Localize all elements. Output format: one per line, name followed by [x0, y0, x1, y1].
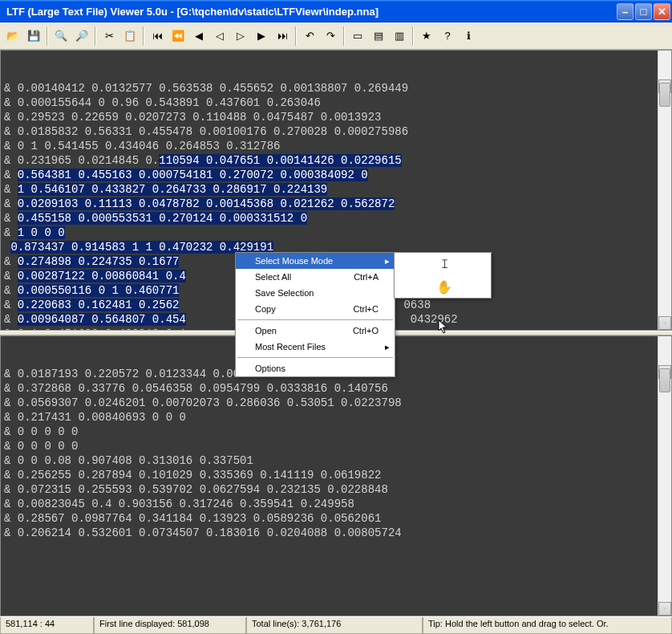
menu-item-options[interactable]: Options	[236, 360, 395, 376]
menu-item-label: Select Mouse Mode	[255, 256, 379, 266]
text-line[interactable]: & 0.29523 0.22659 0.0207273 0.110488 0.0…	[4, 110, 668, 124]
minimize-button[interactable]: –	[617, 3, 634, 20]
mouse-cursor-icon	[438, 319, 451, 339]
scroll-thumb[interactable]	[659, 83, 670, 107]
menu-shortcut: Ctrl+A	[354, 272, 379, 282]
nav-prev-10-icon: ◁	[216, 30, 224, 42]
submenu-arrow-icon: ▸	[385, 342, 390, 352]
open-file-button[interactable]: 📂	[3, 26, 22, 46]
mouse-mode-text-cursor[interactable]: 𝙸	[395, 253, 491, 275]
menu-item-select-all[interactable]: Select AllCtrl+A	[236, 269, 395, 285]
scrollbar-vertical[interactable]: ▲ ▼	[658, 51, 671, 330]
text-line[interactable]: & 0 0 0.08 0.907408 0.313016 0.337501	[4, 453, 668, 468]
tile-vert-icon: ▥	[395, 30, 404, 42]
status-position: 581,114 : 44	[0, 617, 94, 634]
text-line[interactable]: & 0.0185832 0.56331 0.455478 0.00100176 …	[4, 124, 668, 139]
scroll-thumb[interactable]	[659, 368, 670, 392]
text-line[interactable]: & 0.372868 0.33776 0.0546358 0.0954799 0…	[4, 381, 668, 396]
window-title: LTF (Large Text File) Viewer 5.0u - [G:\…	[2, 6, 617, 18]
text-line[interactable]: & 0.0569307 0.0246201 0.00702073 0.28603…	[4, 396, 668, 410]
copy-button[interactable]: 📋	[120, 26, 140, 46]
undo-button[interactable]: ↶	[300, 26, 319, 46]
nav-prev-1000-button[interactable]: ⏪	[168, 26, 188, 46]
text-line[interactable]: & 0 0 0 0 0	[4, 439, 668, 453]
toolbar: 📂💾🔍🔎✂📋⏮⏪◀◁▷▶⏭↶↷▭▤▥★?ℹ	[0, 22, 672, 50]
undo-icon: ↶	[306, 30, 314, 42]
text-line[interactable]: & 0.072315 0.255593 0.539702 0.0627594 0…	[4, 482, 668, 497]
text-line[interactable]: & 0.231965 0.0214845 0.110594 0.047651 0…	[4, 153, 668, 168]
mouse-mode-hand-grab[interactable]: ✋	[395, 275, 491, 298]
text-line[interactable]: & 0.0209103 0.11113 0.0478782 0.00145368…	[4, 197, 668, 211]
text-line[interactable]: & 1 0.546107 0.433827 0.264733 0.286917 …	[4, 182, 668, 197]
bottom-text-pane[interactable]: & 0.0187193 0.220572 0.0123344 0.0016781…	[0, 335, 672, 616]
tile-horiz-icon: ▤	[374, 30, 383, 42]
text-line[interactable]: & 0.256255 0.287894 0.101029 0.335369 0.…	[4, 468, 668, 482]
save-file-button[interactable]: 💾	[24, 26, 43, 46]
scroll-down-button[interactable]: ▼	[658, 602, 671, 616]
redo-icon: ↷	[326, 30, 335, 42]
bookmark-icon: ★	[422, 30, 431, 42]
find-next-button[interactable]: 🔎	[72, 26, 91, 46]
nav-next-100-button[interactable]: ▶	[252, 26, 271, 46]
text-line[interactable]: & 0 1 0.541455 0.434046 0.264853 0.31278…	[4, 139, 668, 153]
menu-item-label: Save Selection	[255, 288, 379, 298]
split-view-button[interactable]: ▭	[348, 26, 367, 46]
scroll-down-button[interactable]: ▼	[658, 316, 671, 330]
nav-prev-10-button[interactable]: ◁	[210, 26, 229, 46]
bookmark-button[interactable]: ★	[417, 26, 436, 46]
help-icon: ?	[444, 30, 450, 42]
nav-last-icon: ⏭	[277, 30, 288, 42]
toolbar-separator	[143, 26, 144, 46]
text-line[interactable]: & 0.455158 0.000553531 0.270124 0.000331…	[4, 211, 668, 226]
menu-item-copy[interactable]: CopyCtrl+C	[236, 301, 395, 317]
toolbar-separator	[295, 26, 297, 46]
menu-shortcut: Ctrl+O	[353, 326, 379, 335]
find-button[interactable]: 🔍	[51, 26, 71, 46]
text-line[interactable]: & 0.564381 0.455163 0.000754181 0.270072…	[4, 168, 668, 182]
toolbar-separator	[412, 26, 414, 46]
status-first-line: First line displayed: 581,098	[94, 617, 246, 634]
about-button[interactable]: ℹ	[459, 26, 478, 46]
toolbar-separator	[47, 26, 48, 46]
nav-last-button[interactable]: ⏭	[273, 26, 292, 46]
nav-next-10-button[interactable]: ▷	[231, 26, 250, 46]
nav-prev-1000-icon: ⏪	[172, 30, 184, 42]
maximize-button[interactable]: □	[635, 3, 652, 20]
context-menu[interactable]: Select Mouse Mode▸Select AllCtrl+ASave S…	[235, 252, 395, 377]
help-button[interactable]: ?	[438, 26, 457, 46]
split-view-icon: ▭	[353, 30, 362, 42]
nav-prev-100-button[interactable]: ◀	[189, 26, 208, 46]
about-icon: ℹ	[467, 30, 471, 42]
text-line[interactable]: & 0 0 0 0 0	[4, 425, 668, 439]
text-line[interactable]: & 0.00823045 0.4 0.903156 0.317246 0.359…	[4, 497, 668, 511]
redo-button[interactable]: ↷	[321, 26, 340, 46]
menu-item-most-recent-files[interactable]: Most Recent Files▸	[236, 339, 395, 355]
nav-prev-100-icon: ◀	[195, 30, 203, 42]
menu-item-save-selection[interactable]: Save Selection	[236, 285, 395, 301]
scrollbar-vertical[interactable]: ▲ ▼	[658, 336, 671, 616]
menu-separator	[237, 319, 393, 320]
find-icon: 🔍	[55, 30, 67, 42]
cut-button[interactable]: ✂	[99, 26, 119, 46]
menu-item-label: Copy	[255, 304, 338, 314]
menu-item-label: Select All	[255, 272, 338, 282]
tile-horiz-button[interactable]: ▤	[369, 26, 388, 46]
text-line[interactable]: & 0.00140412 0.0132577 0.563538 0.455652…	[4, 81, 668, 96]
text-line[interactable]: & 0.206214 0.532601 0.0734507 0.183016 0…	[4, 526, 668, 540]
status-total-lines: Total line(s): 3,761,176	[246, 617, 423, 634]
nav-first-button[interactable]: ⏮	[148, 26, 167, 46]
title-bar: LTF (Large Text File) Viewer 5.0u - [G:\…	[0, 0, 672, 22]
menu-item-label: Options	[255, 364, 379, 373]
menu-separator	[237, 357, 393, 358]
menu-shortcut: Ctrl+C	[354, 304, 379, 314]
mouse-mode-submenu[interactable]: 𝙸✋	[394, 252, 492, 299]
nav-next-10-icon: ▷	[237, 30, 245, 42]
menu-item-open[interactable]: OpenCtrl+O	[236, 323, 395, 339]
close-button[interactable]: ✕	[654, 3, 670, 20]
text-line[interactable]: & 0.217431 0.00840693 0 0 0	[4, 410, 668, 425]
text-line[interactable]: & 0.000155644 0 0.96 0.543891 0.437601 0…	[4, 96, 668, 110]
text-line[interactable]: & 0.28567 0.0987764 0.341184 0.13923 0.0…	[4, 511, 668, 526]
menu-item-select-mouse-mode[interactable]: Select Mouse Mode▸	[236, 253, 395, 269]
tile-vert-button[interactable]: ▥	[390, 26, 409, 46]
text-line[interactable]: & 1 0 0 0	[4, 226, 668, 240]
